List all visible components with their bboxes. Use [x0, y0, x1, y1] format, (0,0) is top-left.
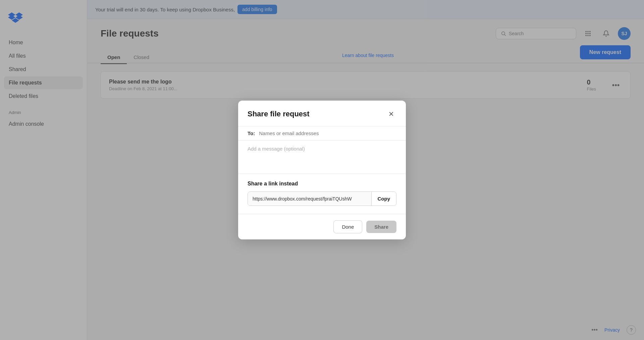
close-dialog-button[interactable]: ✕	[386, 109, 396, 119]
modal-overlay: Share file request ✕ To: Add a message (…	[0, 0, 644, 340]
dialog-title: Share file request	[248, 110, 310, 118]
share-dialog: Share file request ✕ To: Add a message (…	[238, 101, 406, 239]
dialog-footer: Done Share	[238, 214, 406, 239]
dialog-link-section: Share a link instead Copy	[238, 174, 406, 214]
link-url-input[interactable]	[248, 192, 371, 206]
message-area[interactable]: Add a message (optional)	[238, 140, 406, 174]
to-input[interactable]	[259, 130, 396, 136]
link-row: Copy	[248, 191, 396, 206]
done-button[interactable]: Done	[333, 220, 362, 233]
copy-link-button[interactable]: Copy	[371, 192, 396, 206]
to-label: To:	[248, 130, 255, 136]
link-section-title: Share a link instead	[248, 181, 396, 187]
message-placeholder: Add a message (optional)	[248, 146, 305, 152]
dialog-to-row: To:	[238, 126, 406, 140]
share-button[interactable]: Share	[366, 221, 396, 233]
dialog-header: Share file request ✕	[238, 101, 406, 126]
